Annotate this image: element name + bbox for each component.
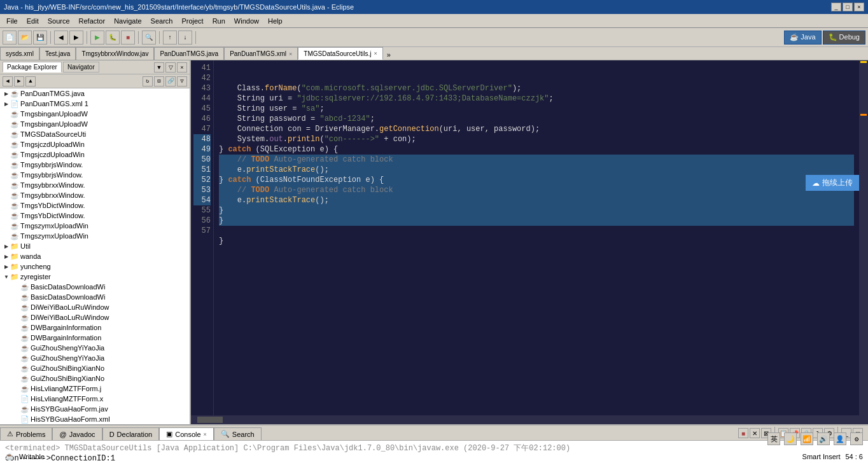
sidebar-up-button[interactable]: ▲ (25, 76, 36, 86)
tree-item[interactable]: ☕DiWeiYiBaoLuRuWindow (0, 312, 190, 322)
tab-tmgsybbrxx-window[interactable]: TmgsybbrxxWindow.jav (76, 47, 154, 60)
menu-window[interactable]: Window (230, 16, 263, 26)
tree-item[interactable]: ☕DWBargainInformation (0, 322, 190, 333)
tree-item[interactable]: ☕TmgsjczdUploadWin (0, 139, 190, 149)
menu-file[interactable]: File (3, 16, 22, 26)
tree-item[interactable]: ☕TmgszymxUploadWin (0, 231, 190, 241)
tab-javadoc[interactable]: @ Javadoc (52, 427, 102, 440)
volume-icon[interactable]: 🔊 (817, 432, 830, 445)
tree-item[interactable]: ☕TmgszymxUploadWin (0, 221, 190, 231)
tree-item[interactable]: ▶📁Util (0, 241, 190, 251)
tree-item[interactable]: ☕TmgsbinganUploadW (0, 109, 190, 119)
sidebar-link-button[interactable]: 🔗 (165, 76, 176, 86)
back-button[interactable]: ◀ (54, 31, 68, 45)
menu-help[interactable]: Help (264, 16, 286, 26)
tab-close-icon[interactable]: × (289, 51, 292, 57)
tree-item[interactable]: ☕TmgsybbrxxWindow. (0, 190, 190, 200)
stop-button[interactable]: ■ (121, 31, 135, 45)
close-button[interactable]: × (854, 3, 864, 11)
new-button[interactable]: 📄 (3, 31, 17, 45)
tab-tmgsdatasourceutils[interactable]: TMGSDataSourceUtils.j × (298, 47, 382, 60)
tree-item[interactable]: ☕TmgsybbrxxWindow. (0, 180, 190, 190)
debug-perspective[interactable]: 🐛 Debug (823, 31, 865, 45)
tab-close-icon[interactable]: × (374, 50, 377, 57)
save-button[interactable]: 💾 (33, 31, 47, 45)
upload-button[interactable]: ☁ 拖续上传 (806, 175, 859, 191)
sidebar-back-button[interactable]: ◀ (3, 76, 13, 86)
menu-project[interactable]: Project (178, 16, 207, 26)
tab-close-icon[interactable]: × (204, 431, 207, 438)
settings-icon[interactable]: ⚙ (850, 432, 863, 445)
code-area[interactable]: 4142434445464748495051525354555657 Class… (191, 60, 868, 415)
tree-item[interactable]: ☕TmgsjczdUploadWin (0, 149, 190, 160)
tree-item[interactable]: ☕TmgsYbDictWindow. (0, 200, 190, 211)
tree-item[interactable]: ☕HisSYBGuaHaoForm.jav (0, 404, 190, 414)
tree-item[interactable]: ☕DiWeiYiBaoLuRuWindow (0, 302, 190, 312)
tree-item[interactable]: ☕GuiZhouShiBingXianNo (0, 363, 190, 373)
tree-item[interactable]: ▶📁yuncheng (0, 261, 190, 272)
tree-toggle-icon[interactable]: ▼ (3, 273, 10, 280)
tree-item[interactable]: ☕BasicDatasDownloadWi (0, 282, 190, 292)
java-perspective[interactable]: ☕ Java (784, 31, 821, 45)
menu-navigate[interactable]: Navigate (110, 16, 145, 26)
tree-item[interactable]: ☕TmgsYbDictWindow. (0, 211, 190, 221)
run-button[interactable]: ▶ (90, 31, 104, 45)
ime-icon[interactable]: 英 (767, 432, 780, 445)
tree-item[interactable]: ☕DWBargainInformation (0, 333, 190, 343)
tree-item[interactable]: 📄HisLvliangMZTFForm.x (0, 394, 190, 404)
sidebar-menu-button[interactable]: ▽ (165, 62, 176, 73)
tab-panduantmgs-xml[interactable]: PanDuanTMGS.xml × (224, 47, 298, 60)
network-icon[interactable]: 📶 (801, 432, 813, 445)
tree-toggle-icon[interactable]: ▶ (3, 242, 10, 250)
tab-package-explorer[interactable]: Package Explorer (3, 62, 62, 73)
sidebar-collapse-all-button[interactable]: ⊟ (154, 76, 164, 86)
sidebar-collapse-button[interactable]: ▼ (154, 62, 164, 73)
tree-toggle-icon[interactable]: ▶ (3, 100, 10, 107)
menu-search[interactable]: Search (147, 16, 177, 26)
sidebar-close-button[interactable]: × (177, 62, 187, 73)
tree-item[interactable]: ☕GuiZhouShiBingXianNo (0, 373, 190, 384)
forward-button[interactable]: ▶ (69, 31, 83, 45)
search-button[interactable]: 🔍 (142, 31, 156, 45)
tree-item[interactable]: ☕TmgsbinganUploadW (0, 119, 190, 129)
menu-edit[interactable]: Edit (23, 16, 43, 26)
tree-toggle-icon[interactable]: ▶ (3, 263, 10, 270)
maximize-button[interactable]: □ (843, 3, 853, 11)
debug-button[interactable]: 🐛 (106, 31, 120, 45)
editor-scrollbar[interactable] (859, 60, 868, 415)
moon-icon[interactable]: 🌙 (784, 432, 797, 445)
tree-toggle-icon[interactable]: ▶ (3, 252, 10, 260)
tab-declaration[interactable]: D Declaration (102, 427, 160, 440)
tree-item[interactable]: ☕BasicDatasDownloadWi (0, 292, 190, 302)
tree-item[interactable]: ☕TmgsybbrjsWindow. (0, 160, 190, 170)
console-stop-button[interactable]: ■ (738, 428, 748, 438)
title-bar-controls[interactable]: _ □ × (831, 3, 864, 11)
tab-panduantmgs-java[interactable]: PanDuanTMGS.java (154, 47, 224, 60)
tab-problems[interactable]: ⚠ Problems (0, 427, 52, 440)
next-annot-button[interactable]: ↓ (178, 31, 192, 45)
tab-navigator[interactable]: Navigator (63, 62, 99, 73)
tree-item[interactable]: ☕GuiZhouShengYiYaoJia (0, 353, 190, 363)
open-button[interactable]: 📂 (18, 31, 32, 45)
tab-console[interactable]: ▣ Console × (159, 427, 214, 440)
tree-item[interactable]: ▼📁zyregister (0, 272, 190, 282)
menu-run[interactable]: Run (209, 16, 229, 26)
tab-sysds-xml[interactable]: sysds.xml (0, 47, 39, 60)
sidebar-menu2-button[interactable]: ▽ (177, 76, 187, 86)
tab-overflow-button[interactable]: » (383, 50, 395, 60)
tree-toggle-icon[interactable]: ▶ (3, 90, 10, 97)
tree-item[interactable]: ☕TMGSDataSourceUti (0, 129, 190, 139)
tree-item[interactable]: ▶☕PanDuanTMGS.java (0, 88, 190, 99)
tree-item[interactable]: ▶📁wanda (0, 251, 190, 261)
sidebar-refresh-button[interactable]: ↻ (143, 76, 153, 86)
tree-item[interactable]: ☕GuiZhouShengYiYaoJia (0, 343, 190, 353)
menu-refactor[interactable]: Refactor (75, 16, 109, 26)
prev-annot-button[interactable]: ↑ (163, 31, 177, 45)
tree-item[interactable]: 📄HisSYBGuaHaoForm.xml (0, 414, 190, 424)
code-content[interactable]: Class.forName("com.microsoft.sqlserver.j… (214, 60, 859, 415)
tab-test-java[interactable]: Test.java (39, 47, 76, 60)
minimize-button[interactable]: _ (831, 3, 841, 11)
user-icon[interactable]: 👤 (834, 432, 846, 445)
console-remove-button[interactable]: ✕ (750, 428, 760, 438)
tree-item[interactable]: ▶📄PanDuanTMGS.xml 1 (0, 99, 190, 109)
